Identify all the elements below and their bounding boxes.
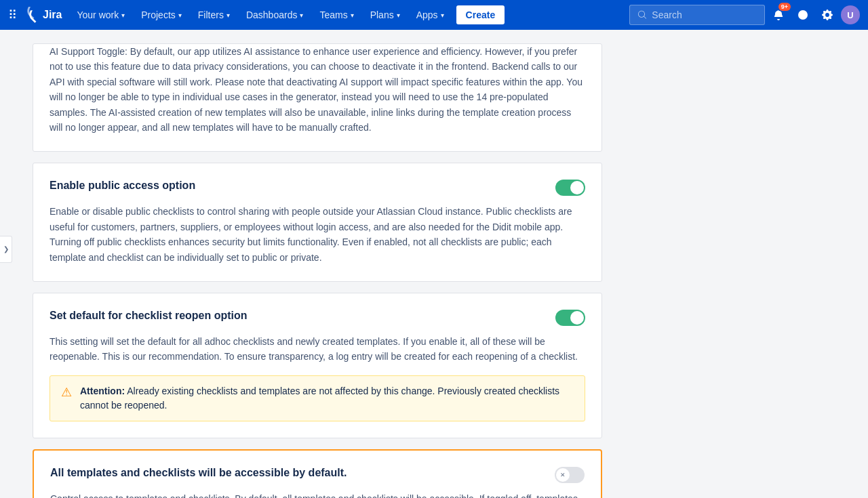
avatar[interactable]: U (841, 5, 860, 24)
grid-icon[interactable]: ⠿ (8, 7, 17, 22)
accessible-header: All templates and checklists will be acc… (50, 467, 585, 483)
projects-menu[interactable]: Projects ▾ (134, 5, 189, 24)
chevron-down-icon: ▾ (226, 12, 230, 19)
reopen-header: Set default for checklist reopen option (50, 310, 585, 326)
accessible-body: Control access to templates and checklis… (50, 491, 585, 498)
search-input[interactable] (652, 9, 756, 20)
reopen-card: Set default for checklist reopen option … (33, 293, 602, 438)
toggle-track (555, 180, 585, 196)
attention-text: Attention: Already existing checklists a… (80, 384, 574, 413)
help-button[interactable] (792, 4, 814, 26)
toggle-knob (570, 181, 584, 194)
ai-support-body: AI Support Toggle: By default, our app u… (50, 44, 585, 135)
logo-text: Jira (43, 9, 62, 21)
topnav-right-section: 9+ U (629, 4, 860, 26)
chevron-right-icon: ❯ (3, 245, 9, 253)
reopen-toggle[interactable] (555, 310, 585, 326)
accessible-toggle[interactable] (555, 467, 585, 483)
notification-count: 9+ (778, 3, 791, 11)
sidebar-toggle-button[interactable]: ❯ (0, 236, 12, 263)
filters-menu[interactable]: Filters ▾ (191, 5, 237, 24)
chevron-down-icon: ▾ (121, 12, 125, 19)
search-icon (638, 10, 646, 20)
settings-button[interactable] (816, 4, 838, 26)
toggle-track (555, 310, 585, 326)
plans-menu[interactable]: Plans ▾ (363, 5, 407, 24)
toggle-track (555, 467, 585, 483)
notifications-button[interactable]: 9+ (768, 4, 789, 26)
attention-body: Already existing checklists and template… (80, 386, 559, 411)
public-access-body: Enable or disable public checklists to c… (50, 204, 585, 265)
ai-support-card: AI Support Toggle: By default, our app u… (33, 43, 602, 152)
teams-menu[interactable]: Teams ▾ (313, 5, 360, 24)
chevron-down-icon: ▾ (397, 12, 400, 19)
attention-box: ⚠ Attention: Already existing checklists… (50, 375, 585, 421)
public-access-toggle[interactable] (555, 180, 585, 196)
public-access-card: Enable public access option Enable or di… (33, 163, 602, 282)
apps-menu[interactable]: Apps ▾ (410, 5, 451, 24)
search-box[interactable] (629, 5, 765, 25)
gear-icon (822, 9, 833, 20)
your-work-menu[interactable]: Your work ▾ (70, 5, 132, 24)
help-icon (797, 9, 808, 20)
warning-icon: ⚠ (61, 385, 72, 400)
reopen-body: This setting will set the default for al… (50, 334, 585, 365)
chevron-down-icon: ▾ (351, 12, 354, 19)
chevron-down-icon: ▾ (300, 12, 303, 19)
jira-logo[interactable]: Jira (22, 7, 62, 23)
accessible-title: All templates and checklists will be acc… (50, 467, 347, 479)
chevron-down-icon: ▾ (178, 12, 182, 19)
chevron-down-icon: ▾ (441, 12, 444, 19)
top-navigation: ⠿ Jira Your work ▾ Projects ▾ Filters ▾ … (0, 0, 868, 30)
reopen-title: Set default for checklist reopen option (50, 310, 248, 322)
bell-icon (773, 9, 784, 20)
public-access-header: Enable public access option (50, 180, 585, 196)
dashboards-menu[interactable]: Dashboards ▾ (239, 5, 311, 24)
public-access-title: Enable public access option (50, 180, 195, 192)
create-button[interactable]: Create (456, 5, 505, 24)
accessible-card: All templates and checklists will be acc… (33, 449, 602, 498)
toggle-knob (556, 468, 570, 482)
main-content: AI Support Toggle: By default, our app u… (12, 30, 623, 498)
attention-label: Attention: (80, 386, 125, 396)
toggle-knob (570, 311, 584, 325)
